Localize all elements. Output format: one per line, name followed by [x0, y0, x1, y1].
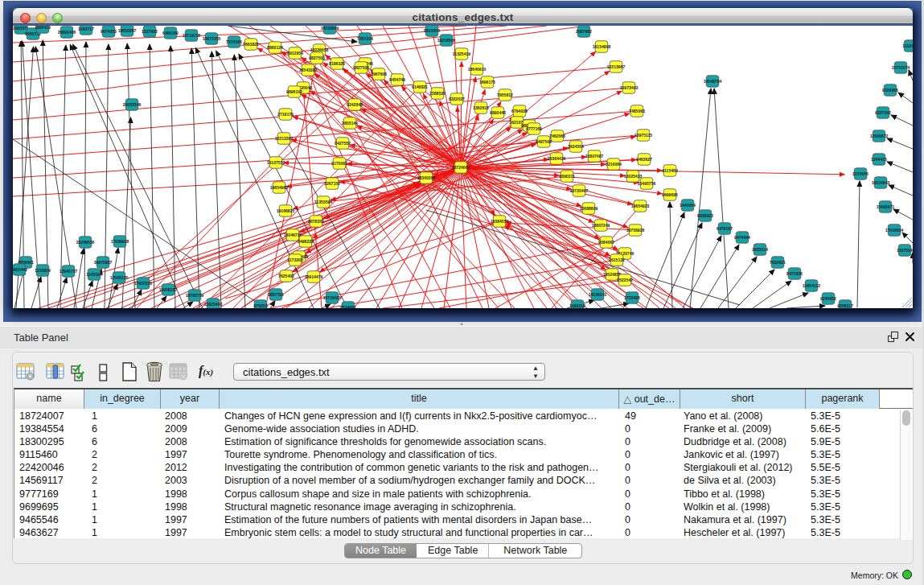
- svg-text:17939928: 17939928: [111, 239, 129, 244]
- svg-text:1588520: 1588520: [429, 91, 446, 96]
- svg-text:1806419: 1806419: [35, 26, 51, 30]
- svg-text:2803144: 2803144: [342, 121, 358, 126]
- svg-text:9896102: 9896102: [286, 89, 302, 94]
- svg-text:19384554: 19384554: [491, 219, 509, 224]
- svg-text:6794028: 6794028: [511, 109, 528, 113]
- svg-text:9356117: 9356117: [837, 303, 853, 308]
- svg-text:10653287: 10653287: [118, 28, 137, 33]
- svg-text:10671355: 10671355: [203, 36, 221, 41]
- svg-text:6216064: 6216064: [606, 162, 622, 167]
- svg-text:9857791: 9857791: [268, 292, 284, 297]
- svg-text:7955812: 7955812: [497, 93, 513, 97]
- svg-text:8524061: 8524061: [340, 305, 356, 308]
- svg-text:1244415: 1244415: [871, 157, 887, 162]
- svg-text:16914479: 16914479: [305, 274, 323, 279]
- svg-text:18724007: 18724007: [452, 165, 470, 170]
- svg-text:13226058: 13226058: [310, 47, 329, 52]
- svg-text:18640910: 18640910: [468, 67, 487, 72]
- svg-text:16154808: 16154808: [593, 44, 611, 49]
- svg-text:10107553: 10107553: [267, 160, 285, 165]
- svg-text:1173205: 1173205: [287, 257, 303, 262]
- svg-text:8471636: 8471636: [786, 271, 803, 276]
- svg-text:16648784: 16648784: [704, 79, 722, 84]
- svg-text:12975115: 12975115: [634, 133, 653, 138]
- svg-text:18807249: 18807249: [592, 223, 610, 228]
- svg-text:7663822: 7663822: [243, 42, 259, 47]
- svg-text:16782759: 16782759: [186, 293, 204, 298]
- svg-text:7462066: 7462066: [549, 134, 565, 138]
- svg-text:10958107: 10958107: [159, 287, 178, 292]
- svg-text:17957225: 17957225: [134, 281, 153, 286]
- svg-text:10688609: 10688609: [580, 206, 598, 211]
- svg-text:19756928: 19756928: [626, 228, 645, 233]
- svg-text:10654112: 10654112: [803, 283, 821, 288]
- svg-text:39975887: 39975887: [94, 260, 113, 265]
- svg-text:18300295: 18300295: [417, 175, 436, 180]
- svg-text:10025433: 10025433: [624, 174, 643, 179]
- svg-text:19166825: 19166825: [277, 208, 295, 213]
- svg-text:1440954: 1440954: [680, 203, 696, 208]
- svg-text:20364436: 20364436: [548, 156, 566, 161]
- svg-text:9699695: 9699695: [662, 192, 678, 197]
- svg-text:9463627: 9463627: [636, 157, 652, 162]
- svg-text:15495756: 15495756: [638, 181, 656, 186]
- svg-text:16033809: 16033809: [321, 26, 339, 31]
- svg-text:17016504: 17016504: [885, 228, 904, 233]
- svg-text:11325419: 11325419: [453, 51, 471, 56]
- svg-text:12213967: 12213967: [607, 64, 626, 69]
- svg-text:11353594: 11353594: [314, 200, 333, 204]
- svg-text:9245652: 9245652: [820, 296, 836, 301]
- svg-text:1167534: 1167534: [897, 248, 913, 253]
- svg-text:1145194: 1145194: [86, 272, 102, 277]
- svg-text:9227342: 9227342: [875, 110, 891, 115]
- svg-text:9146821: 9146821: [412, 84, 428, 89]
- svg-text:8454749: 8454749: [389, 77, 405, 82]
- svg-text:15751074: 15751074: [892, 65, 910, 70]
- svg-text:8322037: 8322037: [449, 97, 465, 101]
- svg-text:8938923: 8938923: [697, 213, 713, 218]
- svg-text:8186328: 8186328: [329, 61, 345, 66]
- svg-text:16046736: 16046736: [284, 233, 302, 237]
- svg-text:7485063: 7485063: [629, 109, 645, 113]
- svg-text:1733426: 1733426: [624, 295, 640, 300]
- svg-text:12213389: 12213389: [275, 136, 294, 141]
- svg-text:19654923: 19654923: [631, 204, 650, 208]
- svg-text:6497508: 6497508: [536, 139, 552, 144]
- svg-text:1527602: 1527602: [142, 29, 158, 34]
- svg-text:20053346: 20053346: [123, 102, 142, 107]
- svg-text:6479197: 6479197: [717, 226, 733, 231]
- svg-text:16543382: 16543382: [299, 68, 318, 72]
- svg-text:3498222: 3498222: [298, 239, 314, 244]
- svg-text:12505135: 12505135: [110, 275, 129, 280]
- svg-text:2718176: 2718176: [277, 112, 294, 117]
- svg-text:7357224: 7357224: [357, 36, 373, 41]
- svg-text:9329966: 9329966: [882, 88, 898, 93]
- svg-text:15720407: 15720407: [570, 188, 589, 193]
- svg-text:1890311: 1890311: [559, 174, 575, 179]
- svg-text:7625402: 7625402: [278, 274, 294, 278]
- svg-text:1696175: 1696175: [479, 80, 495, 84]
- svg-text:9170063: 9170063: [331, 161, 347, 166]
- svg-text:12093872: 12093872: [870, 134, 889, 138]
- svg-text:2933114: 2933114: [752, 247, 768, 252]
- svg-text:20891406: 20891406: [58, 30, 76, 35]
- svg-text:2522542: 2522542: [617, 278, 633, 282]
- svg-text:9827508: 9827508: [353, 65, 369, 70]
- svg-text:7632621: 7632621: [770, 260, 786, 265]
- svg-text:3267150: 3267150: [324, 181, 340, 186]
- svg-text:14136141: 14136141: [589, 292, 607, 297]
- svg-text:3915449: 3915449: [13, 267, 27, 272]
- svg-text:20206536: 20206536: [76, 240, 95, 245]
- svg-text:15692971: 15692971: [877, 204, 895, 209]
- svg-text:1093318: 1093318: [569, 303, 585, 308]
- svg-text:1156829: 1156829: [35, 268, 51, 273]
- svg-text:9674053: 9674053: [101, 29, 117, 34]
- svg-text:10973493: 10973493: [620, 85, 639, 90]
- svg-text:8912954: 8912954: [287, 51, 303, 56]
- svg-text:1112053: 1112053: [902, 43, 913, 48]
- svg-text:6466160: 6466160: [162, 31, 179, 35]
- svg-text:9890448: 9890448: [490, 110, 506, 115]
- svg-text:19654963: 19654963: [270, 185, 289, 190]
- svg-text:10719155: 10719155: [183, 33, 201, 38]
- svg-text:16210643: 16210643: [872, 180, 890, 185]
